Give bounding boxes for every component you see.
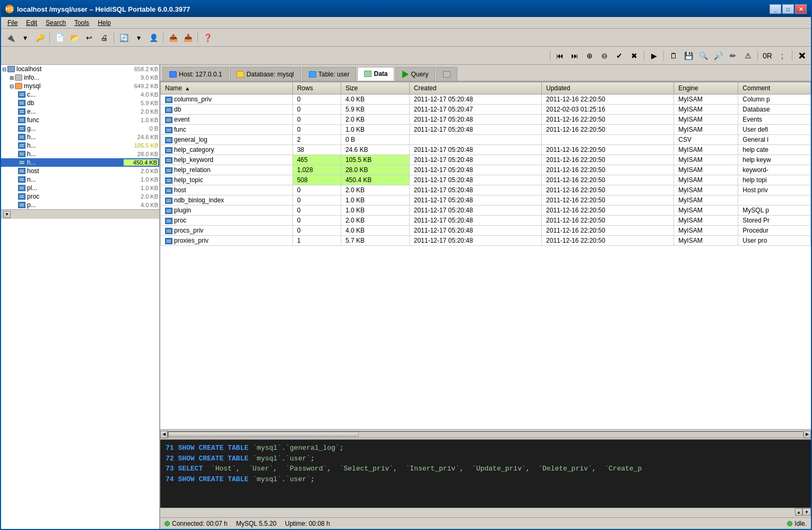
sidebar-item-htopic[interactable]: h... 450.4 KB	[1, 158, 159, 167]
save-button[interactable]: 💾	[681, 49, 695, 62]
table-row[interactable]: host02.0 KB2011-12-17 05:20:482011-12-16…	[161, 185, 811, 195]
undo-button[interactable]: ↩	[82, 31, 96, 44]
search2-button[interactable]: 🔍	[696, 49, 710, 62]
tab-extra[interactable]	[436, 67, 457, 81]
query-scroll-down[interactable]: ▼	[802, 508, 811, 516]
prev-record-button[interactable]: ⏭	[568, 49, 582, 62]
add-record-button[interactable]: ⊕	[583, 49, 597, 62]
confirm-button[interactable]: ✔	[612, 49, 626, 62]
menu-file[interactable]: File	[3, 18, 22, 28]
refresh-dropdown[interactable]: ▾	[132, 31, 145, 44]
cell-rows: 0	[292, 95, 341, 105]
first-record-button[interactable]: ⏮	[553, 49, 567, 62]
minimize-button[interactable]: _	[770, 4, 781, 14]
sidebar-item-proc[interactable]: proc 2.0 KB	[1, 192, 159, 201]
sidebar-scroll-down[interactable]: ▼	[3, 211, 11, 218]
export-button[interactable]: 📤	[166, 31, 180, 44]
col-name[interactable]: Name ▲	[161, 82, 293, 95]
export2-button[interactable]: 🗒	[667, 49, 680, 62]
menu-tools[interactable]: Tools	[70, 18, 93, 28]
table-row[interactable]: proc02.0 KB2011-12-17 05:20:482011-12-16…	[161, 216, 811, 226]
table-row[interactable]: help_relation1,02828.0 KB2011-12-17 05:2…	[161, 165, 811, 175]
table-row[interactable]: event02.0 KB2011-12-17 05:20:482011-12-1…	[161, 115, 811, 125]
users-button[interactable]: 👤	[146, 31, 160, 44]
maximize-button[interactable]: □	[782, 4, 794, 14]
table-row[interactable]: procs_priv04.0 KB2011-12-17 05:20:482011…	[161, 226, 811, 236]
tab-query[interactable]: Query	[395, 67, 435, 81]
sidebar-item-general[interactable]: g... 0 B	[1, 124, 159, 133]
table-row[interactable]: ndb_binlog_index01.0 KB2011-12-17 05:20:…	[161, 195, 811, 206]
import-button[interactable]: 📥	[181, 31, 195, 44]
scroll-right-button[interactable]: ▶	[804, 431, 811, 438]
sidebar-item-hkw[interactable]: h... 105.5 KB	[1, 141, 159, 150]
run-button[interactable]: ▶	[647, 49, 661, 62]
cell-comment: Column p	[738, 95, 811, 105]
remove-record-button[interactable]: ⊖	[598, 49, 611, 62]
table-row[interactable]: func01.0 KB2011-12-17 05:20:482011-12-16…	[161, 125, 811, 135]
sidebar-item-db[interactable]: db 5.9 KB	[1, 99, 159, 107]
menu-help[interactable]: Help	[93, 18, 115, 28]
data-grid[interactable]: Name ▲ Rows Size Created Updated Engine …	[160, 82, 811, 429]
refresh-button[interactable]: 🔄	[117, 31, 131, 44]
tab-data[interactable]: Data	[357, 67, 394, 81]
expand-icon-info[interactable]: ⊞	[10, 75, 14, 81]
col-rows[interactable]: Rows	[292, 82, 341, 95]
col-updated[interactable]: Updated	[542, 82, 674, 95]
sidebar-item-plugin[interactable]: pl... 1.0 KB	[1, 184, 159, 192]
expand-icon-localhost[interactable]: ⊟	[2, 66, 6, 72]
sidebar-item-hcat[interactable]: h... 24.6 KB	[1, 133, 159, 141]
tab-database[interactable]: Database: mysql	[230, 67, 300, 81]
sidebar-item-hrel[interactable]: h... 28.0 KB	[1, 150, 159, 158]
find-in-db-button[interactable]: 🔎	[711, 49, 725, 62]
cell-rows: 1,028	[292, 165, 341, 175]
col-created[interactable]: Created	[409, 82, 541, 95]
sidebar-item-mysql[interactable]: ⊟ mysql 649.2 KB	[1, 82, 159, 90]
row-table-icon	[165, 167, 172, 174]
h-scrollbar-track[interactable]	[168, 431, 804, 438]
query-scrollbar-area: ▲ ▼	[160, 508, 811, 517]
table-row[interactable]: help_keyword465105.5 KB2011-12-17 05:20:…	[161, 155, 811, 165]
dropdown-arrow[interactable]: ▾	[18, 31, 32, 44]
sidebar-item-localhost[interactable]: ⊟ localhost 658.2 KB	[1, 65, 159, 73]
h-scrollbar-thumb[interactable]	[168, 432, 359, 437]
semicolon-button[interactable]: ;	[775, 49, 789, 62]
table-row[interactable]: db05.9 KB2011-12-17 05:20:472012-02-03 0…	[161, 105, 811, 115]
close-button[interactable]: ✕	[795, 4, 807, 14]
expand-icon-mysql[interactable]: ⊟	[10, 83, 14, 89]
connect-button[interactable]: 🔑	[33, 31, 47, 44]
cell-rows: 508	[292, 175, 341, 185]
col-engine[interactable]: Engine	[674, 82, 738, 95]
table-row[interactable]: help_category3824.6 KB2011-12-17 05:20:4…	[161, 145, 811, 155]
sidebar-item-c[interactable]: c... 4.0 KB	[1, 90, 159, 99]
menu-edit[interactable]: Edit	[22, 18, 41, 28]
close2-button[interactable]: 🗙	[795, 49, 809, 62]
sidebar-size-proc: 2.0 KB	[124, 193, 158, 200]
sidebar-item-func[interactable]: func 1.0 KB	[1, 116, 159, 124]
sidebar-item-host[interactable]: host 2.0 KB	[1, 167, 159, 175]
new-connection-button[interactable]: 🔌	[3, 31, 17, 44]
table-row[interactable]: proxies_priv15.7 KB2011-12-17 05:20:4820…	[161, 236, 811, 246]
table-row[interactable]: plugin01.0 KB2011-12-17 05:20:482011-12-…	[161, 206, 811, 216]
scroll-left-button[interactable]: ◀	[160, 431, 168, 438]
sidebar-item-info[interactable]: ⊞ info... 9.0 KB	[1, 73, 159, 82]
col-comment[interactable]: Comment	[738, 82, 811, 95]
format-button[interactable]: 0R	[761, 49, 774, 62]
open-file-button[interactable]: 📂	[67, 31, 81, 44]
table-row[interactable]: general_log20 BCSVGeneral l	[161, 135, 811, 145]
menu-search[interactable]: Search	[41, 18, 70, 28]
sidebar-item-ndb[interactable]: n... 1.0 KB	[1, 175, 159, 184]
new-query-button[interactable]: 📄	[53, 31, 66, 44]
tab-table[interactable]: Table: user	[302, 67, 357, 81]
query-scroll-up[interactable]: ▲	[795, 508, 802, 516]
sidebar-item-event[interactable]: e... 2.0 KB	[1, 107, 159, 116]
warning-button[interactable]: ⚠	[741, 49, 755, 62]
help-button[interactable]: ❓	[201, 31, 214, 44]
cancel-edit-button[interactable]: ✖	[627, 49, 641, 62]
col-size[interactable]: Size	[341, 82, 409, 95]
table-row[interactable]: columns_priv04.0 KB2011-12-17 05:20:4820…	[161, 95, 811, 105]
table-row[interactable]: help_topic508450.4 KB2011-12-17 05:20:48…	[161, 175, 811, 185]
edit2-button[interactable]: ✏	[726, 49, 740, 62]
print-button[interactable]: 🖨	[97, 31, 111, 44]
tab-host[interactable]: Host: 127.0.0.1	[162, 67, 229, 81]
sidebar-item-p[interactable]: p... 4.0 KB	[1, 201, 159, 209]
